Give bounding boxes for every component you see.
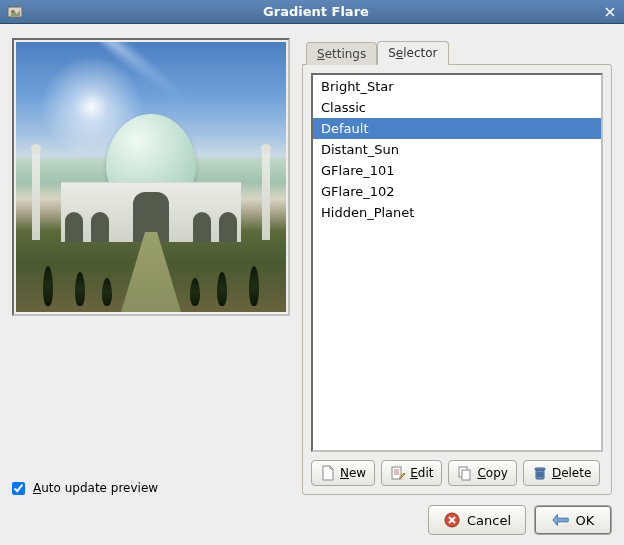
cancel-rest: ancel [476, 513, 511, 528]
auto-update-row: Auto update preview [12, 481, 290, 495]
tab-panel-selector: Bright_Star Classic Default Distant_Sun … [302, 64, 612, 495]
edit-rest: dit [418, 466, 434, 480]
list-item[interactable]: Distant_Sun [313, 139, 601, 160]
delete-button[interactable]: Delete [523, 460, 600, 486]
file-new-icon [320, 465, 336, 481]
delete-rest: elete [561, 466, 591, 480]
ok-button[interactable]: OK [534, 505, 612, 535]
list-item[interactable]: Hidden_Planet [313, 202, 601, 223]
ok-rest: K [586, 513, 595, 528]
copy-button[interactable]: Copy [448, 460, 516, 486]
tab-selector-rest: lector [403, 46, 437, 60]
flare-list[interactable]: Bright_Star Classic Default Distant_Sun … [311, 73, 603, 452]
copy-icon [457, 465, 473, 481]
mnemonic-e2: E [410, 466, 418, 480]
dialog-body: Auto update preview Settings Selector Br… [0, 24, 624, 545]
tab-settings-rest: ettings [325, 47, 367, 61]
mnemonic-s: S [317, 47, 325, 61]
ok-icon [552, 511, 570, 529]
new-rest: ew [349, 466, 366, 480]
list-item[interactable]: GFlare_101 [313, 160, 601, 181]
list-item[interactable]: Classic [313, 97, 601, 118]
app-icon [6, 3, 24, 21]
titlebar: Gradient Flare [0, 0, 624, 24]
new-button[interactable]: New [311, 460, 375, 486]
list-item[interactable]: Default [313, 118, 601, 139]
auto-update-checkbox[interactable] [12, 482, 25, 495]
mnemonic-d: D [552, 466, 561, 480]
list-item[interactable]: GFlare_102 [313, 181, 601, 202]
preview-frame [12, 38, 290, 316]
mnemonic-c: C [477, 466, 485, 480]
svg-rect-6 [535, 468, 545, 470]
tab-settings[interactable]: Settings [306, 42, 377, 65]
tab-selector[interactable]: Selector [377, 41, 448, 65]
dialog-button-row: Cancel OK [12, 505, 612, 535]
mnemonic-a: A [33, 481, 41, 495]
svg-rect-4 [462, 470, 470, 480]
mnemonic-c2: C [467, 513, 476, 528]
window-title: Gradient Flare [30, 4, 602, 19]
copy-rest: opy [486, 466, 508, 480]
cancel-button[interactable]: Cancel [428, 505, 526, 535]
auto-update-label[interactable]: Auto update preview [33, 481, 158, 495]
tab-bar: Settings Selector [302, 38, 612, 64]
flare-button-row: New Edit Copy [311, 460, 603, 486]
mnemonic-o: O [576, 513, 586, 528]
cancel-icon [443, 511, 461, 529]
close-icon[interactable] [602, 4, 618, 20]
trash-icon [532, 465, 548, 481]
edit-button[interactable]: Edit [381, 460, 442, 486]
auto-update-label-rest: uto update preview [41, 481, 158, 495]
list-item[interactable]: Bright_Star [313, 76, 601, 97]
preview-image [16, 42, 286, 312]
edit-icon [390, 465, 406, 481]
mnemonic-n: N [340, 466, 349, 480]
